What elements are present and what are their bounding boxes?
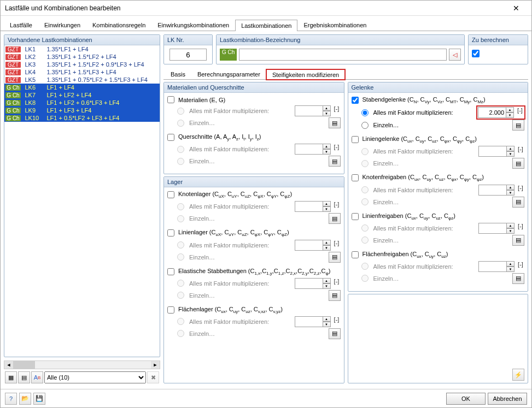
factor-input[interactable] bbox=[478, 261, 507, 272]
edit-icon[interactable]: ▤ bbox=[329, 117, 341, 128]
factor-radio[interactable] bbox=[361, 224, 369, 232]
spin-down-icon[interactable]: ▼ bbox=[323, 206, 331, 212]
einzeln-radio[interactable] bbox=[177, 215, 184, 222]
einzeln-radio[interactable] bbox=[361, 198, 369, 205]
factor-input[interactable] bbox=[295, 105, 323, 116]
close-icon[interactable]: ✕ bbox=[505, 1, 527, 16]
spin-up-icon[interactable]: ▲ bbox=[507, 185, 515, 190]
block-checkbox[interactable] bbox=[167, 134, 174, 141]
tab-einwirkungskombinationen[interactable]: Einwirkungskombinationen bbox=[151, 19, 235, 31]
lk-table[interactable]: GZTLK11.35*LF1 + LF4GZTLK21.35*LF1 + 1.5… bbox=[4, 45, 160, 122]
table-row[interactable]: GZTLK11.35*LF1 + LF4 bbox=[4, 45, 160, 53]
filter-select[interactable]: Alle (10) bbox=[44, 371, 146, 383]
spin-up-icon[interactable]: ▲ bbox=[323, 316, 331, 322]
block-checkbox[interactable] bbox=[352, 251, 359, 258]
block-checkbox[interactable] bbox=[352, 174, 359, 181]
desc-input[interactable] bbox=[239, 49, 447, 61]
edit-icon[interactable]: ▤ bbox=[329, 213, 341, 224]
spin-down-icon[interactable]: ▼ bbox=[323, 322, 331, 327]
edit-icon[interactable]: ▤ bbox=[329, 290, 341, 301]
block-checkbox[interactable] bbox=[352, 136, 359, 143]
subtab-berechnung[interactable]: Berechnungsparameter bbox=[191, 69, 266, 79]
save-icon[interactable]: 💾 bbox=[33, 393, 45, 405]
factor-radio[interactable] bbox=[177, 280, 184, 287]
block-checkbox[interactable] bbox=[352, 97, 359, 104]
factor-input[interactable] bbox=[478, 185, 507, 196]
factor-radio[interactable] bbox=[361, 186, 369, 193]
block-checkbox[interactable] bbox=[167, 191, 174, 198]
einzeln-radio[interactable] bbox=[177, 120, 184, 127]
einzeln-radio[interactable] bbox=[177, 158, 184, 165]
edit-icon[interactable]: ▤ bbox=[512, 273, 524, 284]
subtab-steifigkeiten[interactable]: Steifigkeiten modifizieren bbox=[266, 69, 345, 80]
table-row[interactable]: G ChLK10LF1 + 0.5*LF2 + LF3 + LF4 bbox=[4, 114, 160, 122]
spin-down-icon[interactable]: ▼ bbox=[323, 149, 331, 155]
open-icon[interactable]: 📂 bbox=[19, 393, 31, 405]
spin-down-icon[interactable]: ▼ bbox=[507, 190, 515, 196]
table-row[interactable]: G ChLK8LF1 + LF2 + 0.6*LF3 + LF4 bbox=[4, 99, 160, 107]
spin-down-icon[interactable]: ▼ bbox=[507, 228, 515, 234]
factor-radio[interactable] bbox=[177, 241, 184, 249]
table-row[interactable]: G ChLK9LF1 + LF3 + LF4 bbox=[4, 107, 160, 114]
table-row[interactable]: G ChLK6LF1 + LF4 bbox=[4, 84, 160, 91]
factor-input[interactable] bbox=[295, 278, 323, 289]
tab-kombinationsregeln[interactable]: Kombinationsregeln bbox=[86, 19, 151, 31]
spin-up-icon[interactable]: ▲ bbox=[507, 223, 515, 228]
table-row[interactable]: GZTLK41.35*LF1 + 1.5*LF3 + LF4 bbox=[4, 68, 160, 76]
einzeln-radio[interactable] bbox=[361, 160, 369, 167]
factor-input[interactable] bbox=[478, 223, 507, 234]
lknr-input[interactable] bbox=[169, 49, 207, 61]
spin-down-icon[interactable]: ▼ bbox=[323, 111, 331, 116]
spin-up-icon[interactable]: ▲ bbox=[506, 107, 514, 113]
table-row[interactable]: GZTLK21.35*LF1 + 1.5*LF2 + LF4 bbox=[4, 53, 160, 61]
factor-input[interactable] bbox=[295, 316, 323, 327]
copy-icon[interactable]: ▤ bbox=[18, 371, 30, 383]
table-row[interactable]: GZTLK31.35*LF1 + 1.5*LF2 + 0.9*LF3 + LF4 bbox=[4, 61, 160, 68]
tab-lastkombinationen[interactable]: Lastkombinationen bbox=[235, 20, 297, 31]
edit-icon[interactable]: ▤ bbox=[512, 120, 524, 131]
subtab-basis[interactable]: Basis bbox=[165, 69, 191, 79]
edit-icon[interactable]: ▤ bbox=[512, 158, 524, 169]
factor-radio[interactable] bbox=[361, 148, 369, 155]
block-checkbox[interactable] bbox=[352, 213, 359, 220]
sort-icon[interactable]: AB bbox=[31, 371, 43, 383]
block-checkbox[interactable] bbox=[167, 268, 174, 275]
delete-icon[interactable]: ✖ bbox=[147, 371, 159, 383]
calc-checkbox[interactable] bbox=[472, 50, 480, 57]
cancel-button[interactable]: Abbrechen bbox=[488, 393, 527, 405]
factor-radio[interactable] bbox=[361, 109, 369, 116]
einzeln-radio[interactable] bbox=[177, 253, 184, 261]
factor-input[interactable] bbox=[478, 146, 507, 157]
edit-icon[interactable]: ▤ bbox=[329, 252, 341, 263]
spin-down-icon[interactable]: ▼ bbox=[323, 283, 331, 289]
spin-up-icon[interactable]: ▲ bbox=[323, 240, 331, 245]
factor-input[interactable] bbox=[295, 144, 323, 155]
einzeln-radio[interactable] bbox=[177, 330, 184, 337]
factor-radio[interactable] bbox=[177, 146, 184, 153]
einzeln-radio[interactable] bbox=[177, 292, 184, 299]
factor-radio[interactable] bbox=[177, 203, 184, 210]
ok-button[interactable]: OK bbox=[446, 393, 486, 405]
spin-up-icon[interactable]: ▲ bbox=[323, 105, 331, 111]
h-scrollbar[interactable]: ◄► bbox=[4, 360, 160, 369]
factor-input[interactable] bbox=[295, 240, 323, 251]
spin-down-icon[interactable]: ▼ bbox=[323, 245, 331, 251]
spin-up-icon[interactable]: ▲ bbox=[507, 261, 515, 267]
factor-radio[interactable] bbox=[177, 318, 184, 325]
block-checkbox[interactable] bbox=[167, 96, 174, 103]
table-row[interactable]: GZTLK51.35*LF1 + 0.75*LF2 + 1.5*LF3 + LF… bbox=[4, 76, 160, 84]
factor-input[interactable] bbox=[295, 201, 323, 212]
spin-down-icon[interactable]: ▼ bbox=[507, 151, 515, 157]
new-icon[interactable]: ▦ bbox=[5, 371, 17, 383]
edit-icon[interactable]: ▤ bbox=[512, 197, 524, 208]
tab-lastfaelle[interactable]: Lastfälle bbox=[4, 19, 38, 31]
help-icon[interactable]: ? bbox=[5, 393, 17, 405]
einzeln-radio[interactable] bbox=[361, 122, 369, 129]
block-checkbox[interactable] bbox=[167, 229, 174, 236]
factor-input[interactable] bbox=[478, 107, 506, 118]
spin-up-icon[interactable]: ▲ bbox=[323, 201, 331, 206]
factor-radio[interactable] bbox=[361, 263, 369, 270]
edit-icon[interactable]: ▤ bbox=[329, 328, 341, 339]
edit-icon[interactable]: ▤ bbox=[512, 235, 524, 246]
lightning-icon[interactable]: ⚡ bbox=[512, 369, 524, 381]
